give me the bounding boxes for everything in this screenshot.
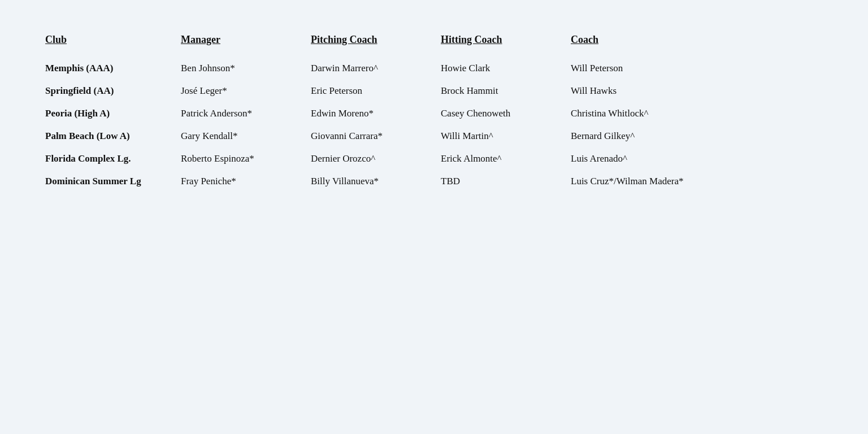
cell-hitting_coach-2: Casey Chenoweth (441, 102, 571, 125)
cell-pitching_coach-4: Dernier Orozco^ (311, 147, 441, 170)
cell-club-0: Memphis (AAA) (45, 55, 181, 80)
table-row: Springfield (AA)José Leger*Eric Peterson… (45, 80, 823, 102)
table-row: Dominican Summer LgFray Peniche*Billy Vi… (45, 170, 823, 193)
table-row: Peoria (High A)Patrick Anderson*Edwin Mo… (45, 102, 823, 125)
cell-pitching_coach-0: Darwin Marrero^ (311, 55, 441, 80)
cell-coach-3: Bernard Gilkey^ (571, 125, 823, 147)
cell-manager-1: José Leger* (181, 80, 311, 102)
cell-manager-4: Roberto Espinoza* (181, 147, 311, 170)
staff-table: Club Manager Pitching Coach Hitting Coac… (45, 34, 823, 193)
staff-table-container: Club Manager Pitching Coach Hitting Coac… (45, 34, 823, 193)
cell-manager-0: Ben Johnson* (181, 55, 311, 80)
cell-coach-4: Luis Arenado^ (571, 147, 823, 170)
cell-coach-1: Will Hawks (571, 80, 823, 102)
table-row: Palm Beach (Low A)Gary Kendall*Giovanni … (45, 125, 823, 147)
cell-club-2: Peoria (High A) (45, 102, 181, 125)
cell-club-1: Springfield (AA) (45, 80, 181, 102)
cell-manager-5: Fray Peniche* (181, 170, 311, 193)
cell-pitching_coach-2: Edwin Moreno* (311, 102, 441, 125)
cell-hitting_coach-1: Brock Hammit (441, 80, 571, 102)
header-club: Club (45, 34, 181, 55)
table-row: Florida Complex Lg.Roberto Espinoza*Dern… (45, 147, 823, 170)
header-pitching-coach: Pitching Coach (311, 34, 441, 55)
header-coach: Coach (571, 34, 823, 55)
cell-pitching_coach-1: Eric Peterson (311, 80, 441, 102)
cell-manager-3: Gary Kendall* (181, 125, 311, 147)
cell-pitching_coach-3: Giovanni Carrara* (311, 125, 441, 147)
header-manager: Manager (181, 34, 311, 55)
cell-club-4: Florida Complex Lg. (45, 147, 181, 170)
cell-club-3: Palm Beach (Low A) (45, 125, 181, 147)
cell-manager-2: Patrick Anderson* (181, 102, 311, 125)
table-row: Memphis (AAA)Ben Johnson*Darwin Marrero^… (45, 55, 823, 80)
cell-club-5: Dominican Summer Lg (45, 170, 181, 193)
cell-hitting_coach-0: Howie Clark (441, 55, 571, 80)
cell-coach-5: Luis Cruz*/Wilman Madera* (571, 170, 823, 193)
cell-hitting_coach-5: TBD (441, 170, 571, 193)
header-hitting-coach: Hitting Coach (441, 34, 571, 55)
cell-hitting_coach-4: Erick Almonte^ (441, 147, 571, 170)
cell-pitching_coach-5: Billy Villanueva* (311, 170, 441, 193)
cell-coach-2: Christina Whitlock^ (571, 102, 823, 125)
cell-coach-0: Will Peterson (571, 55, 823, 80)
cell-hitting_coach-3: Willi Martin^ (441, 125, 571, 147)
